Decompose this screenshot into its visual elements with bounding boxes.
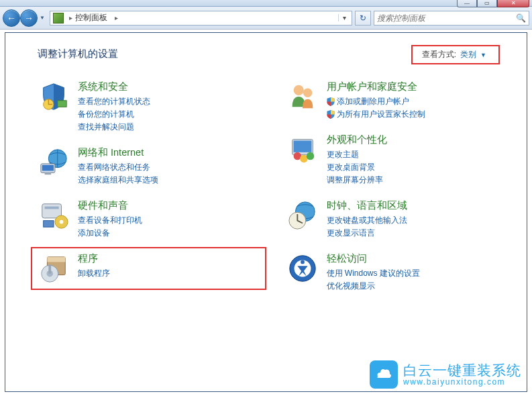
category-clock-language: 时钟、语言和区域 更改键盘或其他输入法 更改显示语言 (286, 199, 509, 239)
category-link[interactable]: 更改键盘或其他输入法 (327, 214, 407, 226)
svg-rect-1 (58, 101, 66, 107)
category-link[interactable]: 调整屏幕分辨率 (327, 174, 387, 186)
search-input[interactable] (377, 13, 516, 23)
refresh-button[interactable]: ↻ (355, 11, 371, 26)
search-box[interactable]: 🔍 (374, 11, 529, 26)
category-column-left: 系统和安全 查看您的计算机状态 备份您的计算机 查找并解决问题 网络和 Inte… (38, 81, 260, 292)
category-link[interactable]: 添加设备 (78, 227, 142, 239)
category-grid: 系统和安全 查看您的计算机状态 备份您的计算机 查找并解决问题 网络和 Inte… (38, 81, 508, 292)
category-link[interactable]: 更改显示语言 (327, 227, 407, 239)
category-title[interactable]: 轻松访问 (327, 252, 420, 265)
category-title[interactable]: 用户帐户和家庭安全 (327, 81, 425, 93)
svg-rect-19 (293, 141, 311, 152)
breadcrumb-chevron-icon[interactable]: ▸ (66, 14, 75, 21)
category-title[interactable]: 程序 (78, 252, 110, 265)
control-panel-icon (53, 13, 64, 23)
user-accounts-icon (286, 81, 319, 113)
hardware-icon (38, 199, 70, 232)
svg-rect-5 (45, 172, 52, 175)
svg-point-27 (301, 260, 305, 264)
svg-point-16 (293, 85, 303, 95)
category-link[interactable]: 更改主题 (327, 148, 387, 160)
watermark-logo-icon (370, 360, 398, 389)
maximize-button[interactable]: ▭ (477, 0, 497, 7)
category-link[interactable]: 查找并解决问题 (78, 121, 150, 133)
category-appearance: 外观和个性化 更改主题 更改桌面背景 调整屏幕分辨率 (286, 134, 509, 186)
highlight-programs: 程序 卸载程序 (31, 247, 266, 290)
category-link[interactable]: 选择家庭组和共享选项 (78, 174, 158, 186)
svg-point-17 (303, 89, 311, 97)
view-mode-value: 类别 (460, 49, 476, 60)
svg-rect-12 (47, 257, 65, 262)
view-mode-selector[interactable]: 查看方式: 类别 ▼ (411, 45, 500, 64)
category-link[interactable]: 查看您的计算机状态 (78, 95, 150, 107)
category-link[interactable]: 添加或删除用户帐户 (327, 95, 425, 107)
forward-button[interactable]: → (20, 9, 38, 27)
address-dropdown-icon[interactable]: ▾ (338, 14, 350, 21)
clock-region-icon (286, 199, 319, 232)
address-bar[interactable]: ▸ 控制面板 ▸ ▾ (50, 11, 352, 26)
category-title[interactable]: 网络和 Internet (78, 146, 158, 159)
category-link[interactable]: 为所有用户设置家长控制 (327, 108, 425, 120)
svg-point-9 (60, 220, 64, 224)
watermark-title: 白云一键重装系统 (403, 362, 521, 378)
category-link[interactable]: 使用 Windows 建议的设置 (327, 267, 420, 279)
category-user-accounts: 用户帐户和家庭安全 添加或删除用户帐户 为所有用户设置家长控制 (286, 81, 509, 120)
heading-row: 调整计算机的设置 查看方式: 类别 ▼ (38, 45, 508, 64)
category-column-right: 用户帐户和家庭安全 添加或删除用户帐户 为所有用户设置家长控制 外观 (286, 81, 509, 292)
category-link[interactable]: 优化视频显示 (327, 280, 420, 292)
svg-rect-4 (42, 165, 54, 171)
category-link[interactable]: 查看网络状态和任务 (78, 161, 158, 173)
page-title: 调整计算机的设置 (38, 48, 411, 60)
svg-point-22 (306, 152, 314, 160)
appearance-icon (286, 134, 319, 166)
watermark-url: www.baiyunxitong.com (403, 378, 521, 387)
uac-shield-icon (327, 110, 335, 119)
ease-of-access-icon (286, 252, 319, 285)
category-system-security: 系统和安全 查看您的计算机状态 备份您的计算机 查找并解决问题 (38, 81, 260, 133)
navigation-bar: ← → ▼ ▸ 控制面板 ▸ ▾ ↻ 🔍 (0, 7, 532, 30)
svg-rect-10 (44, 221, 54, 228)
category-link[interactable]: 备份您的计算机 (78, 108, 150, 120)
content-pane: 调整计算机的设置 查看方式: 类别 ▼ 系统和安全 查看您的计算机状态 备份您的… (5, 32, 527, 392)
back-button[interactable]: ← (3, 9, 20, 27)
network-icon (38, 146, 70, 179)
window-controls: — ▭ ✕ (457, 0, 529, 7)
category-title[interactable]: 时钟、语言和区域 (327, 199, 407, 212)
breadcrumb-root[interactable]: 控制面板 ▸ (75, 12, 338, 23)
category-link[interactable]: 卸载程序 (78, 267, 110, 279)
window-titlebar: — ▭ ✕ (0, 0, 532, 7)
chevron-down-icon: ▼ (480, 52, 486, 58)
svg-rect-15 (48, 264, 51, 273)
category-hardware-sound: 硬件和声音 查看设备和打印机 添加设备 (38, 199, 260, 239)
category-programs: 程序 卸载程序 (38, 252, 260, 285)
category-network-internet: 网络和 Internet 查看网络状态和任务 选择家庭组和共享选项 (38, 146, 260, 186)
history-dropdown-icon[interactable]: ▼ (38, 11, 47, 25)
category-ease-of-access: 轻松访问 使用 Windows 建议的设置 优化视频显示 (286, 252, 509, 292)
watermark: 白云一键重装系统 www.baiyunxitong.com (370, 360, 521, 389)
category-link[interactable]: 更改桌面背景 (327, 161, 387, 173)
nav-arrow-group: ← → ▼ (3, 9, 47, 27)
category-link[interactable]: 查看设备和打印机 (78, 214, 142, 226)
category-title[interactable]: 系统和安全 (78, 81, 150, 93)
svg-rect-7 (45, 207, 59, 209)
programs-icon (38, 252, 70, 285)
category-title[interactable]: 外观和个性化 (327, 134, 387, 146)
close-button[interactable]: ✕ (497, 0, 529, 7)
category-title[interactable]: 硬件和声音 (78, 199, 142, 212)
uac-shield-icon (327, 97, 335, 106)
minimize-button[interactable]: — (457, 0, 477, 7)
view-mode-label: 查看方式: (422, 49, 456, 60)
search-icon[interactable]: 🔍 (516, 13, 526, 23)
system-security-icon (38, 81, 70, 113)
